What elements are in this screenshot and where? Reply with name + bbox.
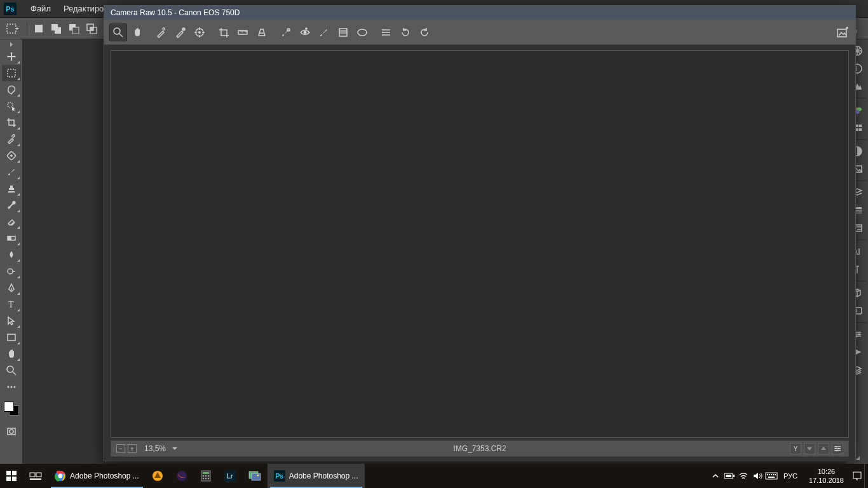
app-root: Ps Файл Редактирован (0, 0, 868, 488)
tray-volume-icon[interactable] (750, 464, 764, 488)
svg-rect-39 (856, 128, 858, 131)
cr-whitebalance-tool-icon[interactable] (153, 24, 170, 41)
marquee-preset-icon[interactable] (5, 21, 20, 36)
stamp-tool[interactable] (2, 180, 21, 197)
cr-zoom-out-button[interactable]: − (116, 444, 125, 453)
separator (27, 22, 27, 36)
path-select-tool[interactable] (2, 313, 21, 329)
healing-tool[interactable] (2, 147, 21, 164)
cr-colorsample-tool-icon[interactable] (172, 24, 189, 41)
hand-tool[interactable] (2, 346, 21, 362)
selection-new-icon[interactable] (31, 21, 46, 36)
cr-zoom-tool-icon[interactable] (109, 24, 127, 41)
svg-point-14 (8, 102, 13, 107)
lasso-tool[interactable] (2, 81, 21, 98)
type-tool[interactable]: T (2, 296, 21, 313)
svg-point-63 (358, 29, 367, 36)
color-swatches[interactable] (3, 400, 20, 417)
taskbar-lightroom[interactable]: Lr (218, 464, 242, 488)
svg-rect-62 (339, 29, 347, 36)
cr-new-image-icon[interactable] (835, 25, 850, 40)
quickmask-icon[interactable] (2, 423, 21, 440)
svg-rect-84 (203, 475, 204, 477)
cr-rating-mark-button[interactable]: Y (790, 443, 801, 454)
taskbar-chrome-label: Adobe Photoshop ... (70, 471, 139, 480)
svg-point-25 (10, 386, 12, 388)
taskbar-photoshop[interactable]: Ps Adobe Photoshop ... (268, 464, 365, 488)
cr-straighten-tool-icon[interactable] (234, 24, 252, 41)
svg-point-81 (177, 471, 187, 481)
cr-zoom-in-button[interactable]: + (128, 444, 137, 453)
toolbar-expand-icon[interactable] (2, 42, 21, 47)
camera-raw-dialog: Camera Raw 10.5 - Canon EOS 750D (104, 5, 856, 461)
show-desktop-button[interactable] (864, 464, 868, 488)
zoom-tool[interactable] (2, 362, 21, 379)
camera-raw-canvas[interactable] (111, 50, 849, 438)
tray-notifications-icon[interactable] (850, 464, 864, 488)
svg-rect-87 (203, 478, 204, 479)
cr-rotate-ccw-icon[interactable] (397, 24, 414, 41)
taskbar-firefox[interactable] (170, 464, 194, 488)
cr-label-down-button[interactable] (804, 443, 815, 454)
camera-raw-toolbar (104, 20, 855, 45)
taskbar-chrome[interactable]: Adobe Photoshop ... (48, 464, 146, 488)
cr-radialfilter-tool-icon[interactable] (353, 24, 371, 41)
cr-preset-list-icon[interactable] (377, 24, 395, 41)
tray-keyboard-icon[interactable] (764, 464, 778, 488)
svg-rect-101 (775, 474, 776, 475)
tray-clock[interactable]: 10:26 17.10.2018 (803, 467, 850, 485)
move-tool[interactable] (2, 48, 21, 65)
marquee-tool[interactable] (2, 65, 21, 81)
eraser-tool[interactable] (2, 214, 21, 230)
cr-transform-tool-icon[interactable] (253, 24, 271, 41)
svg-rect-88 (205, 478, 207, 479)
cr-adjustbrush-tool-icon[interactable] (315, 24, 333, 41)
taskbar-app-yellow[interactable] (146, 464, 170, 488)
rectangle-tool[interactable] (2, 329, 21, 346)
blur-tool[interactable] (2, 247, 21, 263)
history-brush-tool[interactable] (2, 197, 21, 214)
camera-raw-titlebar[interactable]: Camera Raw 10.5 - Canon EOS 750D (104, 6, 855, 20)
edit-toolbar-icon[interactable] (2, 379, 21, 395)
start-button[interactable] (0, 464, 23, 488)
taskbar-photoshop-label: Adobe Photoshop ... (289, 471, 358, 480)
menu-file[interactable]: Файл (24, 4, 57, 13)
cr-spot-tool-icon[interactable] (277, 24, 295, 41)
pen-tool[interactable] (2, 280, 21, 296)
cr-zoom-dropdown-icon[interactable] (170, 444, 180, 453)
eyedropper-tool[interactable] (2, 131, 21, 147)
svg-rect-83 (203, 472, 209, 474)
taskbar-calculator[interactable] (194, 464, 218, 488)
cr-rotate-cw-icon[interactable] (416, 24, 433, 41)
foreground-color[interactable] (4, 402, 14, 412)
crop-tool[interactable] (2, 114, 21, 131)
tray-language[interactable]: РУС (778, 472, 803, 480)
gradient-tool[interactable] (2, 230, 21, 247)
tray-battery-icon[interactable] (722, 464, 736, 488)
svg-rect-37 (859, 125, 862, 127)
dodge-tool[interactable] (2, 263, 21, 280)
svg-point-68 (836, 446, 837, 447)
cr-hand-tool-icon[interactable] (128, 24, 146, 41)
svg-rect-96 (766, 473, 777, 479)
svg-line-55 (119, 34, 123, 37)
cr-redeye-tool-icon[interactable] (296, 24, 314, 41)
cr-settings-button[interactable] (832, 443, 843, 454)
selection-subtract-icon[interactable] (67, 21, 82, 36)
svg-rect-36 (856, 125, 858, 127)
cr-label-up-button[interactable] (818, 443, 829, 454)
cr-crop-tool-icon[interactable] (215, 24, 233, 41)
selection-add-icon[interactable] (49, 21, 64, 36)
tray-wifi-icon[interactable] (736, 464, 750, 488)
task-view-button[interactable] (23, 464, 48, 488)
svg-point-24 (7, 386, 9, 388)
quick-select-tool[interactable] (2, 98, 21, 114)
cr-gradfilter-tool-icon[interactable] (334, 24, 352, 41)
brush-tool[interactable] (2, 164, 21, 180)
svg-point-28 (10, 430, 13, 433)
svg-point-64 (382, 29, 383, 30)
taskbar-photos[interactable] (242, 464, 268, 488)
tray-overflow-icon[interactable] (709, 464, 722, 488)
selection-intersect-icon[interactable] (85, 21, 100, 36)
cr-targeted-tool-icon[interactable] (191, 24, 208, 41)
